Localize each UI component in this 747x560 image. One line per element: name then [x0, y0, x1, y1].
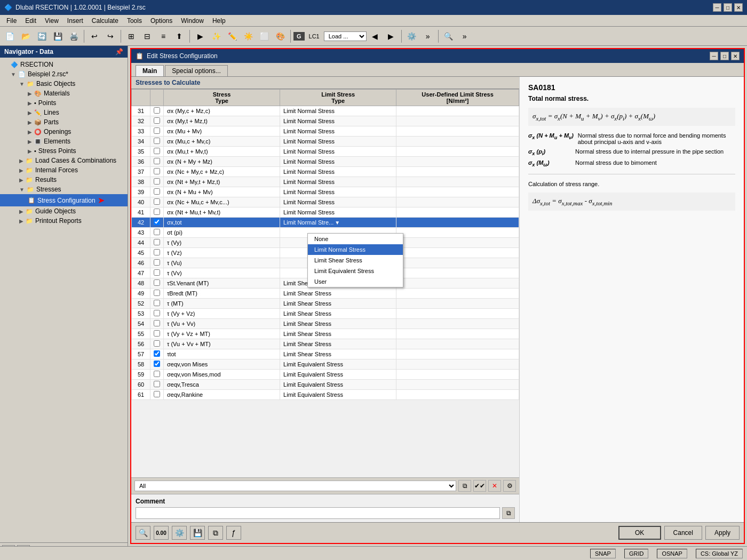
menu-options[interactable]: Options: [146, 16, 177, 26]
row-checkbox-cell[interactable]: [150, 390, 164, 400]
grid-button[interactable]: ⊞: [124, 29, 139, 44]
tab-special[interactable]: Special options...: [165, 65, 227, 76]
row-checkbox[interactable]: [154, 209, 160, 215]
undo-button[interactable]: ↩: [87, 29, 102, 44]
row-checkbox-cell[interactable]: [150, 157, 164, 167]
dialog-close[interactable]: ✕: [731, 52, 740, 60]
grid2-button[interactable]: ⊟: [140, 29, 155, 44]
row-checkbox[interactable]: [154, 310, 160, 316]
close-button[interactable]: ✕: [734, 3, 743, 12]
table-row[interactable]: 54τ (Vu + Vv)Limit Shear Stress: [132, 319, 519, 329]
row-checkbox[interactable]: [154, 158, 160, 164]
row-checkbox[interactable]: [154, 198, 160, 205]
grid-status[interactable]: GRID: [624, 549, 649, 558]
table-row[interactable]: 35σx (Mu,t + Mv,t)Limit Normal Stress: [132, 147, 519, 157]
limit-type-cell[interactable]: Limit Normal Stress: [280, 147, 396, 157]
maximize-button[interactable]: □: [724, 3, 732, 12]
table-row[interactable]: 53τ (Vy + Vz)Limit Shear Stress: [132, 309, 519, 319]
row-checkbox-cell[interactable]: [150, 248, 164, 258]
limit-type-cell[interactable]: Limit Equivalent Stress: [280, 359, 396, 370]
row-checkbox[interactable]: [154, 290, 160, 296]
nav-stress-points[interactable]: ▶ • Stress Points: [0, 146, 128, 156]
row-checkbox[interactable]: [154, 107, 160, 114]
limit-type-cell[interactable]: Limit Shear Stress: [280, 339, 396, 349]
row-checkbox[interactable]: [154, 279, 160, 286]
row-checkbox[interactable]: [154, 361, 160, 367]
nav-printout-reports[interactable]: ▶ 📁 Printout Reports: [0, 216, 128, 226]
row-checkbox-cell[interactable]: [150, 126, 164, 137]
table-row[interactable]: 52τ (MT)Limit Shear Stress: [132, 299, 519, 309]
menu-edit[interactable]: Edit: [21, 16, 41, 26]
prev-lc-button[interactable]: ◀: [368, 29, 383, 44]
row-checkbox-cell[interactable]: [150, 380, 164, 390]
osnap-status[interactable]: OSNAP: [657, 549, 687, 558]
table-row[interactable]: 38σx (Nt + My,t + Mz,t)Limit Normal Stre…: [132, 177, 519, 187]
table-row[interactable]: 56τ (Vu + Vv + MT)Limit Shear Stress: [132, 339, 519, 349]
snap-status[interactable]: SNAP: [590, 549, 616, 558]
limit-type-cell[interactable]: Limit Normal Stress: [280, 126, 396, 137]
dropdown-limit-shear[interactable]: Limit Shear Stress: [308, 255, 403, 266]
open-button[interactable]: 📂: [18, 29, 33, 44]
nav-materials[interactable]: ▶ 🎨 Materials: [0, 89, 128, 98]
row-checkbox[interactable]: [154, 138, 160, 144]
settings-button[interactable]: ⚙️: [404, 29, 419, 44]
run-button[interactable]: ▶: [193, 29, 208, 44]
row-checkbox-cell[interactable]: [150, 106, 164, 116]
nav-openings[interactable]: ▶ ⭕ Openings: [0, 127, 128, 137]
export-button[interactable]: ⬆: [172, 29, 187, 44]
limit-type-cell[interactable]: Limit Equivalent Stress: [280, 370, 396, 380]
nav-parts[interactable]: ▶ 📦 Parts: [0, 117, 128, 127]
limit-type-cell[interactable]: Limit Normal Stress: [280, 177, 396, 187]
highlight-button[interactable]: ✨: [209, 29, 224, 44]
limit-type-cell[interactable]: Limit Normal Stress: [280, 116, 396, 126]
row-checkbox[interactable]: [154, 219, 160, 225]
row-checkbox[interactable]: [154, 229, 160, 235]
row-checkbox-cell[interactable]: [150, 309, 164, 319]
value-button[interactable]: 0.00: [154, 526, 169, 540]
frame-button[interactable]: ⬜: [257, 29, 272, 44]
sun-button[interactable]: ☀️: [241, 29, 256, 44]
row-checkbox-cell[interactable]: [150, 147, 164, 157]
ok-button[interactable]: OK: [618, 526, 661, 540]
row-checkbox-cell[interactable]: [150, 137, 164, 147]
limit-type-cell[interactable]: Limit Normal Stress: [280, 197, 396, 207]
row-checkbox-cell[interactable]: [150, 299, 164, 309]
check-all-button[interactable]: ✔✔: [473, 480, 486, 492]
nav-internal-forces[interactable]: ▶ 📁 Internal Forces: [0, 165, 128, 175]
menu-tools[interactable]: Tools: [123, 16, 146, 26]
row-checkbox-cell[interactable]: [150, 228, 164, 238]
row-checkbox[interactable]: [154, 249, 160, 255]
row-checkbox-cell[interactable]: [150, 319, 164, 329]
table-row[interactable]: 34σx (Mu,c + Mv,c)Limit Normal Stress: [132, 137, 519, 147]
more2-button[interactable]: »: [457, 29, 472, 44]
refresh-button[interactable]: 🔄: [34, 29, 49, 44]
row-checkbox[interactable]: [154, 330, 160, 337]
settings2-button[interactable]: ⚙️: [172, 526, 187, 540]
limit-type-cell[interactable]: Limit Normal Stress: [280, 207, 396, 218]
search-footer-button[interactable]: 🔍: [136, 526, 150, 540]
table-row[interactable]: 57τtotLimit Shear Stress: [132, 349, 519, 359]
row-checkbox-cell[interactable]: [150, 329, 164, 339]
table-row[interactable]: 40σx (Nc + Mu,c + Mv,c...)Limit Normal S…: [132, 197, 519, 207]
comment-copy-button[interactable]: ⧉: [502, 507, 515, 519]
menu-view[interactable]: View: [41, 16, 63, 26]
table-row[interactable]: 55τ (Vy + Vz + MT)Limit Shear Stress: [132, 329, 519, 339]
nav-elements[interactable]: ▶ 🔳 Elements: [0, 137, 128, 146]
row-checkbox-cell[interactable]: [150, 187, 164, 197]
nav-stress-config[interactable]: 📋 Stress Configuration ➤: [0, 194, 128, 206]
row-checkbox[interactable]: [154, 127, 160, 134]
limit-type-cell[interactable]: Limit Shear Stress: [280, 309, 396, 319]
nav-beispiel[interactable]: ▼ 📄 Beispiel 2.rsc*: [0, 69, 128, 79]
nav-lines[interactable]: ▶ ✏️ Lines: [0, 108, 128, 117]
menu-file[interactable]: File: [2, 16, 21, 26]
limit-type-cell[interactable]: Limit Normal Stress: [280, 187, 396, 197]
row-checkbox[interactable]: [154, 371, 160, 377]
table-row[interactable]: 49τBredt (MT)Limit Shear Stress: [132, 289, 519, 299]
table-row[interactable]: 41σx (Nt + Mu,t + Mv,t)Limit Normal Stre…: [132, 207, 519, 218]
table-row[interactable]: 36σx (N + My + Mz)Limit Normal Stress: [132, 157, 519, 167]
table-row[interactable]: 37σx (Nc + My,c + Mz,c)Limit Normal Stre…: [132, 167, 519, 177]
row-checkbox[interactable]: [154, 269, 160, 276]
dialog-maximize[interactable]: □: [720, 52, 729, 60]
menu-window[interactable]: Window: [177, 16, 208, 26]
table-row[interactable]: 32σx (My,t + Mz,t)Limit Normal Stress: [132, 116, 519, 126]
